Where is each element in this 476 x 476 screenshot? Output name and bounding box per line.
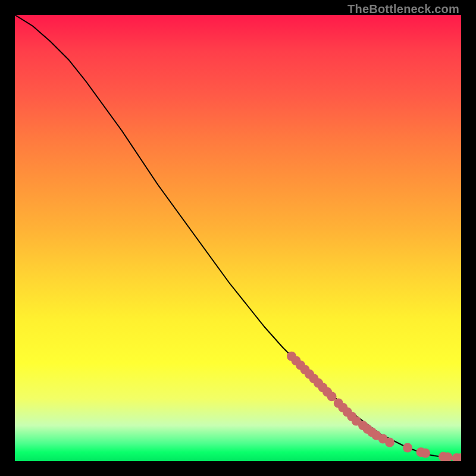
data-marker — [403, 443, 412, 453]
data-marker — [421, 449, 430, 458]
chart-frame: TheBottleneck.com — [0, 0, 476, 476]
watermark: TheBottleneck.com — [347, 2, 459, 16]
marker-group — [287, 352, 461, 461]
curve-line — [15, 15, 461, 458]
plot-area — [15, 15, 461, 461]
chart-svg — [15, 15, 461, 461]
data-marker — [385, 438, 394, 447]
